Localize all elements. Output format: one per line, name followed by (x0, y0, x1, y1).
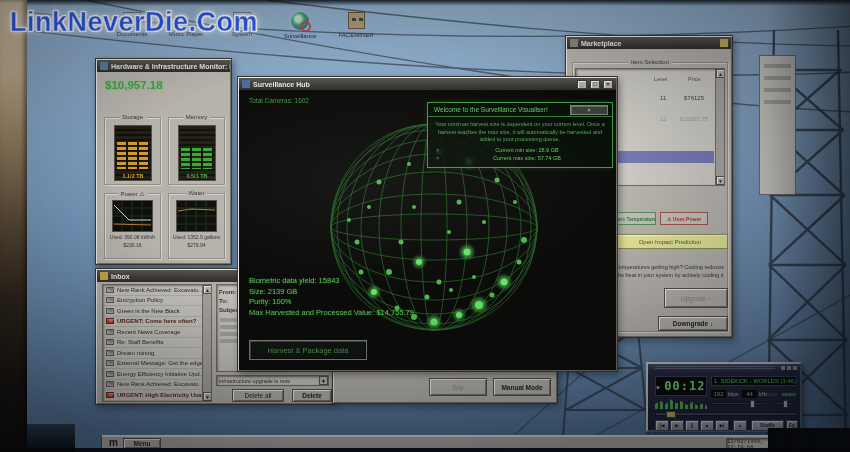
monitor-screen: Documents Music Player System Surveillan… (26, 0, 850, 452)
email-row[interactable]: Re: Staff Benefits (103, 338, 211, 349)
email-row[interactable]: Recent News Coverage (103, 327, 211, 338)
player-shade-icon[interactable] (787, 366, 791, 370)
surveillance-hub-window: Surveillance Hub _ □ × Total Cameras: 16… (237, 76, 618, 372)
mail-icon (106, 297, 114, 303)
seek-thumb[interactable] (666, 411, 676, 418)
wall-edge (0, 0, 27, 452)
volume-slider[interactable] (711, 402, 767, 405)
desktop: Documents Music Player System Surveillan… (26, 0, 850, 452)
water-cost: $279.94 (171, 242, 222, 248)
memory-gauge: 0.5/1 TB (178, 125, 216, 181)
harvest-purity: Purity: 100% (249, 297, 414, 308)
memory-group: Memory 0.5/1 TB (168, 117, 225, 185)
globe-magnifier-icon (291, 12, 309, 30)
mail-icon (106, 350, 114, 356)
dialog-close-button[interactable]: × (570, 105, 608, 115)
balance-amount: $10,957.18 (105, 79, 163, 91)
mono-indicator: mono (765, 391, 778, 397)
stereo-indicator: stereo (782, 391, 796, 397)
email-list[interactable]: New Rank Achieved: Excavato... Encryptio… (102, 284, 212, 402)
mail-icon (106, 329, 114, 335)
email-row-urgent[interactable]: URGENT: Come here often? (103, 317, 211, 328)
email-row[interactable]: Green is the New Black (103, 306, 211, 317)
inbox-title: Inbox (111, 273, 130, 280)
harvest-package-button[interactable]: Harvest & Package data (249, 340, 367, 360)
close-button[interactable]: × (603, 80, 613, 89)
surveillance-app-icon (242, 80, 250, 88)
water-graph (176, 200, 217, 232)
balance-thumb[interactable] (783, 400, 788, 408)
buy-button[interactable]: Buy (429, 378, 487, 396)
track-title: 1. SIDEKICK - WORLDS (3:46) (711, 376, 797, 386)
scroll-down-arrow[interactable]: ▼ (716, 176, 725, 185)
delete-button[interactable]: Delete (292, 389, 332, 402)
dropdown-arrow-icon[interactable]: ▼ (319, 376, 328, 385)
email-row[interactable]: Energy Efficiency Initiative Upd... (103, 369, 211, 380)
minimize-button[interactable]: _ (577, 80, 587, 89)
monitor-bottom-edge (26, 448, 850, 452)
storage-label: Storage (119, 114, 146, 120)
surveillance-visualiser-dialog: Welcome to the Surveillance Visualiser! … (427, 102, 613, 168)
envelope-icon (100, 272, 108, 280)
marketplace-titlebar[interactable]: Marketplace (567, 37, 731, 49)
music-player: ▶ 00:12 1. SIDEKICK - WORLDS (3:46) 192 … (646, 362, 802, 432)
stop-button[interactable]: ■ (700, 420, 714, 431)
blurred-line (764, 76, 791, 80)
hardware-titlebar[interactable]: Hardware & Infrastructure Monitor: 80GB (97, 60, 230, 72)
storage-group: Storage 1.1/2 TB (104, 117, 161, 185)
bitrate-label: kbps (728, 391, 739, 397)
play-button[interactable]: ▶ (670, 420, 684, 431)
previous-button[interactable]: |◀ (655, 420, 669, 431)
next-button[interactable]: ▶| (715, 420, 729, 431)
spectrum-analyzer (655, 398, 707, 409)
scroll-up-arrow[interactable]: ▲ (203, 285, 212, 294)
hardware-icon (100, 62, 108, 70)
mail-icon (106, 339, 114, 345)
marketplace-scrollbar[interactable]: ▲ ▼ (715, 69, 724, 185)
level-column-header: Level (654, 76, 667, 82)
subject-dropdown[interactable]: infrastructure upgrade is now ▼ (216, 375, 329, 386)
player-minimize-icon[interactable] (781, 366, 785, 370)
surveillance-title: Surveillance Hub (253, 81, 310, 88)
biometric-yield: Biometric data yield: 15843 (249, 276, 414, 287)
eject-button[interactable]: ▲ (733, 420, 747, 431)
volume-thumb[interactable] (750, 400, 755, 408)
icon-label: FACEMINER (333, 32, 379, 38)
maximize-button[interactable]: □ (590, 80, 600, 89)
storage-gauge: 1.1/2 TB (114, 125, 152, 181)
balance-slider[interactable] (772, 402, 797, 405)
monitor-top-edge (26, 0, 850, 6)
player-close-icon[interactable] (793, 366, 797, 370)
pause-button[interactable]: || (685, 420, 699, 431)
item-price: $10565.75 (680, 116, 708, 122)
surveillance-titlebar[interactable]: Surveillance Hub _ □ × (239, 78, 616, 90)
icon-label: Surveillance (277, 33, 323, 39)
email-scrollbar[interactable]: ▲ ▼ (202, 285, 211, 401)
water-group: Water Used: 1352.9 gallons $279.94 (168, 193, 225, 259)
seek-bar[interactable] (655, 412, 797, 416)
scroll-up-arrow[interactable]: ▲ (716, 69, 725, 78)
desktop-icon-surveillance[interactable]: Surveillance (277, 12, 323, 39)
upgrade-button[interactable]: Upgrade ↑ (664, 288, 728, 308)
faceminer-logo: m (109, 437, 118, 448)
power-cost: $230.16 (107, 242, 158, 248)
blurred-line (764, 88, 791, 92)
downgrade-button[interactable]: Downgrade ↓ (658, 316, 728, 331)
email-row[interactable]: Dream mining (103, 348, 211, 359)
open-impact-prediction-button[interactable]: Open Impact Prediction (612, 234, 728, 249)
player-titlebar[interactable] (648, 364, 800, 372)
email-row[interactable]: External Message: Get the edge... (103, 359, 211, 370)
email-row[interactable]: Encryption Policy (103, 296, 211, 307)
play-indicator-icon: ▶ (657, 383, 662, 390)
manual-mode-button[interactable]: Manual Mode (493, 378, 551, 396)
power-graph (112, 200, 153, 232)
water-used: Used: 1352.9 gallons (171, 234, 222, 240)
scroll-down-arrow[interactable]: ▼ (203, 392, 212, 401)
email-row[interactable]: New Rank Achieved: Excavato... (103, 285, 211, 296)
email-row[interactable]: New Rank Achieved: Excavato... (103, 380, 211, 391)
email-row-urgent[interactable]: URGENT: High Electricity Usage (103, 390, 211, 401)
delete-all-button[interactable]: Delete all (232, 389, 284, 402)
speaker-icon[interactable] (720, 39, 728, 47)
cooling-description: Temperatures getting high? Cooling reduc… (612, 264, 728, 280)
desktop-icon-faceminer[interactable]: FACEMINER (333, 12, 379, 38)
